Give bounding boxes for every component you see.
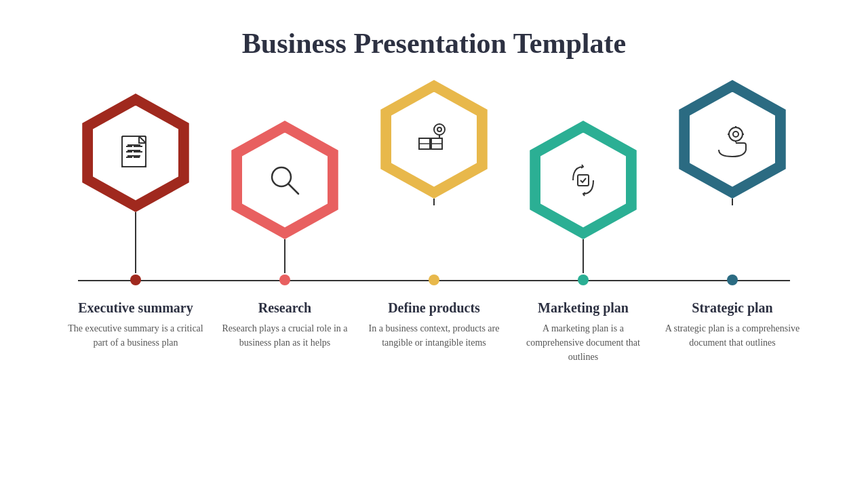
svg-point-13	[434, 124, 445, 135]
svg-point-14	[437, 127, 441, 131]
timeline-dot-2	[279, 274, 290, 285]
products-icon	[414, 119, 454, 160]
hexagon-strategic-plan	[673, 80, 792, 199]
strategy-icon	[712, 119, 753, 160]
label-marketing-plan: Marketing plan A marketing plan is a com…	[515, 300, 651, 364]
hex-item-executive-summary	[61, 94, 210, 273]
label-desc-5: A strategic plan is a comprehensive docu…	[665, 321, 800, 350]
svg-rect-20	[578, 175, 589, 186]
timeline-dot-4	[578, 274, 589, 285]
connector-4	[583, 239, 584, 273]
svg-point-22	[733, 131, 738, 137]
label-desc-4: A marketing plan is a comprehensive docu…	[515, 321, 651, 364]
connector-3	[433, 199, 435, 205]
hexagon-define-products	[375, 80, 494, 199]
label-executive-summary: Executive summary The executive summary …	[68, 300, 203, 364]
label-desc-3: In a business context, products are tang…	[366, 321, 502, 350]
connector-5	[732, 199, 733, 205]
hexagon-marketing-plan	[524, 121, 643, 239]
timeline-row	[27, 273, 841, 287]
label-define-products: Define products In a business context, p…	[366, 300, 502, 364]
diagram-container: Executive summary The executive summary …	[27, 80, 841, 364]
label-desc-2: Research plays a crucial role in a busin…	[217, 321, 353, 350]
hex-item-strategic-plan	[658, 80, 807, 205]
label-title-1: Executive summary	[68, 300, 203, 316]
svg-point-21	[729, 127, 743, 141]
connector-1	[135, 212, 136, 273]
timeline-dot-1	[130, 274, 141, 285]
marketing-icon	[563, 160, 604, 201]
hex-item-define-products	[359, 80, 509, 205]
hex-item-research	[210, 121, 359, 273]
label-title-2: Research	[217, 300, 353, 316]
label-strategic-plan: Strategic plan A strategic plan is a com…	[665, 300, 800, 364]
hex-item-marketing-plan	[509, 121, 658, 273]
label-title-3: Define products	[366, 300, 502, 316]
hexagon-executive-summary	[77, 94, 195, 212]
label-title-5: Strategic plan	[665, 300, 800, 316]
label-research: Research Research plays a crucial role i…	[217, 300, 353, 364]
label-desc-1: The executive summary is a critical part…	[68, 321, 203, 350]
document-icon	[115, 133, 156, 174]
timeline-dot-5	[727, 274, 738, 285]
connector-2	[284, 239, 285, 273]
labels-row: Executive summary The executive summary …	[61, 300, 807, 364]
search-icon	[264, 160, 305, 201]
page-title: Business Presentation Template	[242, 27, 626, 60]
svg-line-12	[288, 184, 298, 194]
hexagons-row	[27, 80, 841, 273]
hexagon-research	[226, 121, 344, 239]
label-title-4: Marketing plan	[515, 300, 651, 316]
timeline-dot-3	[429, 274, 439, 285]
